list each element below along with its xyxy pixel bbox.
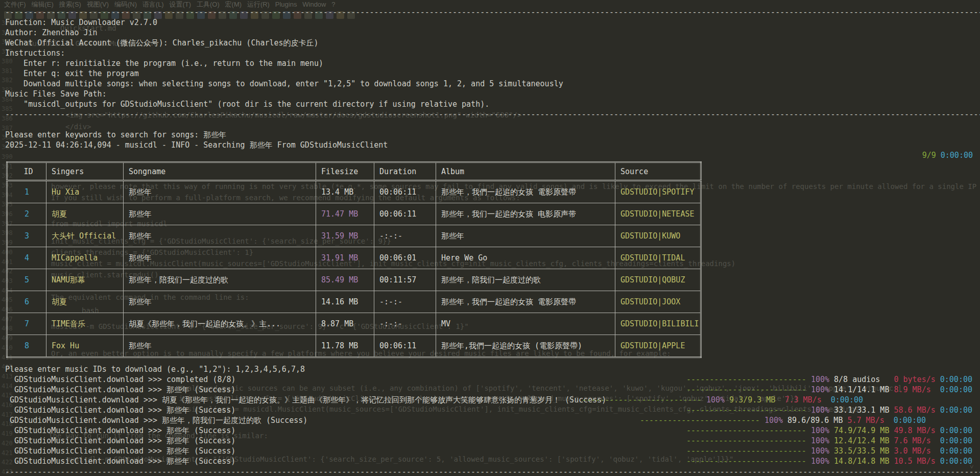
terminal-download-block: Please enter music IDs to download (e.g.… (5, 364, 980, 466)
column-header-source: Source (615, 162, 701, 181)
download-label: GDStudioMusicClient.download >>> 那些年 (Su… (5, 436, 235, 445)
terminal-window[interactable]: ----------------------------------------… (0, 0, 980, 476)
column-header-songname: Songname (124, 162, 316, 181)
download-progress-line: GDStudioMusicClient.download >>> 那些年 (Su… (5, 446, 980, 456)
column-header-duration: Duration (374, 162, 436, 181)
cell-songname: 那些年 (124, 181, 316, 203)
cell-songname: 那些年 (124, 291, 316, 313)
cell-duration: -:-:- (374, 313, 436, 335)
header-line-enter-r: Enter r: reinitialize the program (i.e.,… (5, 58, 980, 68)
download-progress-line: GDStudioMusicClient.download >>> 胡夏《那些年，… (5, 395, 980, 405)
cell-source: GDSTUDIO|BILIBILI (615, 313, 701, 335)
cell-id: 2 (7, 203, 46, 225)
table-row: 8Fox Hu那些年11.78 MB00:06:11那些年,我們一起追的女孩 (… (7, 335, 701, 358)
search-prompt[interactable]: Please enter keywords to search for song… (5, 130, 980, 140)
cell-album: 那些年 (436, 225, 615, 247)
cell-duration: 00:06:11 (374, 335, 436, 358)
cell-singers: 胡夏 (46, 291, 124, 313)
cell-duration: 00:06:11 (374, 203, 436, 225)
cell-source: GDSTUDIO|JOOX (615, 291, 701, 313)
header-line-save-dir: "musicdl_outputs for GDStudioMusicClient… (5, 99, 980, 109)
cell-album: 那些年，我們一起追的女孩 電影原聲帶 (436, 291, 615, 313)
header-line-wechat: WeChat Official Account (微信公众号): Charles… (5, 38, 980, 48)
download-label: GDStudioMusicClient.download >>> 那些年 (Su… (5, 446, 235, 456)
cell-source: GDSTUDIO|TIDAL (615, 247, 701, 269)
search-log-line: 2025-12-11 04:26:14,094 - musicdl - INFO… (5, 140, 980, 150)
download-progress-stats: -------------------------- 100% 89.6/89.… (640, 415, 926, 425)
header-line-author: Author: Zhenchao Jin (5, 28, 980, 38)
cell-singers: 大头针 Official (46, 225, 124, 247)
cell-songname: 那些年 (124, 225, 316, 247)
column-header-id: ID (7, 162, 46, 181)
download-progress-stats: -------------------------- 100% 8/8 audi… (686, 374, 972, 385)
cell-album: MV (436, 313, 615, 335)
download-label: GDStudioMusicClient.download >>> 胡夏《那些年，… (5, 395, 611, 404)
header-line-multi-download: Download multiple songs: when selecting … (5, 79, 980, 89)
terminal-top-block: ----------------------------------------… (5, 7, 980, 160)
cell-id: 3 (7, 225, 46, 247)
download-progress-line: GDStudioMusicClient.download >>> 那些年 (Su… (5, 425, 980, 436)
cell-source: GDSTUDIO|SPOTIFY (615, 181, 701, 203)
cell-singers: 胡夏 (46, 203, 124, 225)
download-label: GDStudioMusicClient.download >>> 那些年，陪我们… (5, 416, 307, 425)
separator-line: ----------------------------------------… (5, 109, 980, 120)
cell-songname: 那些年 (124, 247, 316, 269)
search-progress-line: GDStudioMusicClient.search >>> completed… (5, 150, 980, 160)
header-line-function: Function: Music Downloader v2.7.0 (5, 17, 980, 28)
download-label: GDStudioMusicClient.download >>> 那些年 (Su… (5, 406, 235, 415)
download-progress-stats: -------------------------- 100% 14.8/14.… (686, 456, 972, 466)
table-row: 3大头针 Official那些年31.59 MB-:-:-那些年GDSTUDIO… (7, 225, 701, 247)
cell-filesize: 8.87 MB (316, 313, 374, 335)
cell-songname: 胡夏《那些年，我们一起追的女孩。》主... (124, 313, 316, 335)
download-progress-line: GDStudioMusicClient.download >>> 那些年 (Su… (5, 436, 980, 446)
download-progress-line: GDStudioMusicClient.download >>> complet… (5, 374, 980, 385)
cell-duration: -:-:- (374, 225, 436, 247)
download-label: GDStudioMusicClient.download >>> 那些年 (Su… (5, 457, 235, 466)
cell-id: 7 (7, 313, 46, 335)
header-line-save-path: Music Files Save Path: (5, 89, 980, 99)
cell-filesize: 71.47 MB (316, 203, 374, 225)
download-progress-stats: -------------------------- 100% 74.9/74.… (686, 425, 972, 436)
table-row: 1Hu Xia那些年13.4 MB00:06:11那些年，我們一起追的女孩 電影… (7, 181, 701, 203)
cell-duration: 00:06:11 (374, 181, 436, 203)
column-header-filesize: Filesize (316, 162, 374, 181)
column-header-singers: Singers (46, 162, 124, 181)
cell-songname: 那些年 (124, 203, 316, 225)
cell-album: 那些年，我们一起追的女孩 电影原声带 (436, 203, 615, 225)
cell-id: 4 (7, 247, 46, 269)
blank-line (5, 120, 980, 130)
cell-songname: 那些年，陪我们一起度过的歌 (124, 269, 316, 291)
cell-singers: TIME音乐 (46, 313, 124, 335)
cell-album: 那些年，我們一起追的女孩 電影原聲帶 (436, 181, 615, 203)
cell-source: GDSTUDIO|KUWO (615, 225, 701, 247)
cell-album: 那些年，陪我们一起度过的歌 (436, 269, 615, 291)
cell-source: GDSTUDIO|NETEASE (615, 203, 701, 225)
download-label: GDStudioMusicClient.download >>> complet… (5, 375, 236, 384)
cell-duration: -:-:- (374, 291, 436, 313)
download-progress-stats: -------------------------- 100% 12.4/12.… (686, 436, 972, 446)
cell-singers: MICappella (46, 247, 124, 269)
download-progress-line: GDStudioMusicClient.download >>> 那些年 (Su… (5, 385, 980, 395)
header-line-enter-q: Enter q: exit the program (5, 68, 980, 79)
cell-filesize: 31.91 MB (316, 247, 374, 269)
cell-id: 8 (7, 335, 46, 358)
table-row: 4MICappella那些年31.91 MB00:06:01Here We Go… (7, 247, 701, 269)
cell-filesize: 11.78 MB (316, 335, 374, 358)
cell-id: 1 (7, 181, 46, 203)
cell-filesize: 85.49 MB (316, 269, 374, 291)
header-line-instructions: Instructions: (5, 48, 980, 58)
cell-duration: 00:11:57 (374, 269, 436, 291)
download-prompt[interactable]: Please enter music IDs to download (e.g.… (5, 364, 980, 374)
table-row: 6胡夏那些年14.16 MB-:-:-那些年，我們一起追的女孩 電影原聲帶GDS… (7, 291, 701, 313)
cell-singers: NAMU那幕 (46, 269, 124, 291)
search-progress-stats: 9/9 0:00:00 (922, 150, 973, 160)
search-results-table: IDSingersSongnameFilesizeDurationAlbumSo… (6, 161, 702, 358)
cell-duration: 00:06:01 (374, 247, 436, 269)
download-label: GDStudioMusicClient.download >>> 那些年 (Su… (5, 385, 235, 394)
download-progress-stats: -------------------------- 100% 14.1/14.… (686, 385, 972, 395)
cell-album: Here We Go (436, 247, 615, 269)
cell-filesize: 14.16 MB (316, 291, 374, 313)
download-label: GDStudioMusicClient.download >>> 那些年 (Su… (5, 426, 235, 435)
cell-singers: Hu Xia (46, 181, 124, 203)
cell-filesize: 13.4 MB (316, 181, 374, 203)
